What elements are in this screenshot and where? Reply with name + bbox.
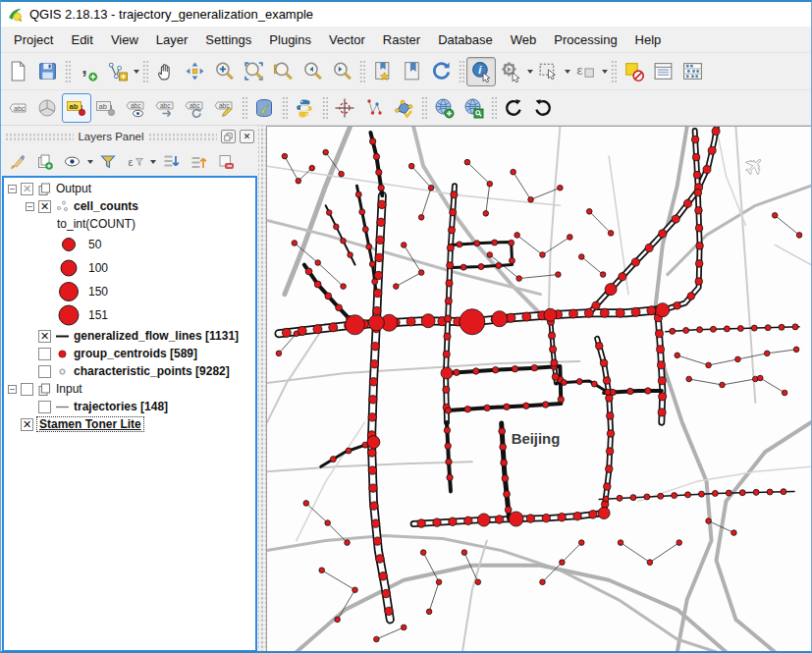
tree-item-label[interactable]: Stamen Toner Lite <box>37 417 143 431</box>
new-bookmark-button[interactable] <box>367 57 397 86</box>
layer-checkbox[interactable]: ✕ <box>21 183 33 195</box>
layer-row-cell-counts[interactable]: –✕cell_counts <box>4 197 255 215</box>
layer-diagram-options-button[interactable] <box>32 93 62 123</box>
layer-checkbox[interactable] <box>38 365 51 378</box>
pan-map-button[interactable] <box>150 57 180 86</box>
map-tips-button[interactable] <box>619 57 648 86</box>
open-attribute-table-button[interactable] <box>648 57 677 86</box>
filter-legend-button[interactable] <box>95 150 121 174</box>
remove-layer-group-button[interactable] <box>213 150 239 174</box>
menu-layer[interactable]: Layer <box>147 28 197 51</box>
change-label-button[interactable]: abc <box>209 93 239 123</box>
identify-features-button[interactable]: i <box>466 57 496 86</box>
menu-help[interactable]: Help <box>626 28 671 51</box>
menu-settings[interactable]: Settings <box>196 28 260 51</box>
group-row-input[interactable]: –Input <box>4 380 255 398</box>
add-group-button[interactable] <box>32 150 58 174</box>
layer-checkbox[interactable]: ✕ <box>21 418 33 431</box>
rotate-label-button[interactable]: abc <box>180 93 209 123</box>
menu-database[interactable]: Database <box>429 28 502 51</box>
node-tool-button[interactable] <box>102 57 132 86</box>
show-hide-labels-button[interactable]: abc <box>121 93 150 123</box>
layer-row-trajectories-148[interactable]: trajectories [148] <box>4 398 255 415</box>
menu-vector[interactable]: Vector <box>320 28 374 51</box>
expand-all-button[interactable] <box>158 150 184 174</box>
metasearch-add-button[interactable] <box>429 93 459 123</box>
layer-labeling-options-button[interactable]: abc <box>3 93 32 123</box>
tree-item-label[interactable]: Output <box>56 182 91 195</box>
tree-item-label[interactable]: 151 <box>88 308 108 322</box>
layer-row-group-centroids-589[interactable]: group_centroids [589] <box>4 345 255 362</box>
layer-row-150[interactable]: 150 <box>4 280 255 303</box>
check-geometries-button[interactable] <box>359 93 389 123</box>
rotate-counterclockwise-button[interactable] <box>528 93 558 123</box>
menu-edit[interactable]: Edit <box>62 28 101 51</box>
layer-checkbox[interactable]: ✕ <box>38 200 51 213</box>
highlight-pinned-labels-button[interactable]: ab <box>62 93 91 123</box>
tree-item-label[interactable]: group_centroids [589] <box>74 347 197 360</box>
layer-row-to-int-count[interactable]: to_int(COUNT) <box>4 215 255 233</box>
open-layer-styling-button[interactable] <box>5 150 30 174</box>
save-project-button[interactable] <box>32 57 62 86</box>
manage-layer-visibility-dropdown-caret[interactable] <box>87 160 93 164</box>
layer-row-100[interactable]: 100 <box>4 256 255 280</box>
tree-item-label[interactable]: 50 <box>88 238 101 251</box>
tree-expander-icon[interactable]: – <box>8 185 17 193</box>
refresh-map-button[interactable] <box>426 57 456 86</box>
zoom-full-extent-button[interactable] <box>239 57 268 86</box>
menu-raster[interactable]: Raster <box>374 28 429 51</box>
manage-layer-visibility-button[interactable] <box>60 150 85 174</box>
layers-panel-header[interactable]: Layers Panel ✕ <box>1 126 258 147</box>
pin-unpin-labels-button[interactable]: ab <box>91 93 121 123</box>
tree-expander-icon[interactable]: – <box>26 202 34 211</box>
new-project-button[interactable] <box>3 57 32 86</box>
menu-plugins[interactable]: Plugins <box>260 28 320 51</box>
collapse-all-button[interactable] <box>186 150 211 174</box>
layer-row-151[interactable]: 151 <box>4 303 255 327</box>
layer-checkbox[interactable] <box>38 401 51 413</box>
tree-item-label[interactable]: 100 <box>88 261 108 275</box>
pan-to-selection-button[interactable] <box>180 57 209 86</box>
zoom-in-button[interactable] <box>209 57 239 86</box>
python-console-button[interactable] <box>290 93 319 123</box>
tree-item-label[interactable]: characteristic_points [9282] <box>74 364 230 378</box>
coordinate-capture-button[interactable] <box>330 93 359 123</box>
layer-row-stamen-toner-lite[interactable]: ✕Stamen Toner Lite <box>4 415 255 433</box>
tree-item-label[interactable]: trajectories [148] <box>74 400 168 413</box>
filter-legend-by-expression-dropdown-caret[interactable] <box>150 160 156 164</box>
layer-row-characteristic-points-9282[interactable]: characteristic_points [9282] <box>4 362 255 380</box>
menu-view[interactable]: View <box>102 28 147 51</box>
node-tool-dropdown-caret[interactable] <box>134 70 139 74</box>
layer-checkbox[interactable] <box>38 348 51 360</box>
group-row-output[interactable]: –✕Output <box>4 180 255 197</box>
menu-processing[interactable]: Processing <box>545 28 625 51</box>
layer-checkbox[interactable] <box>21 383 33 396</box>
select-features-button[interactable] <box>533 57 563 86</box>
zoom-next-button[interactable] <box>327 57 356 86</box>
deselect-features-dropdown-caret[interactable] <box>602 70 608 74</box>
layer-row-generalized-flow-lines-1131[interactable]: ✕generalized_flow_lines [1131] <box>4 327 255 345</box>
zoom-to-layer-button[interactable] <box>268 57 298 86</box>
layer-row-50[interactable]: 50 <box>4 233 255 256</box>
tree-item-label[interactable]: cell_counts <box>74 199 138 213</box>
show-bookmarks-button[interactable] <box>397 57 426 86</box>
panel-float-button[interactable] <box>221 130 236 143</box>
run-feature-action-button[interactable] <box>496 57 525 86</box>
menu-web[interactable]: Web <box>502 28 546 51</box>
field-calculator-button[interactable] <box>677 57 707 86</box>
add-delimited-text-layer-button[interactable]: , <box>73 57 102 86</box>
tree-item-label[interactable]: generalized_flow_lines [1131] <box>74 329 239 343</box>
move-label-button[interactable]: abc <box>150 93 180 123</box>
metasearch-search-button[interactable] <box>459 93 488 123</box>
zoom-last-button[interactable] <box>298 57 327 86</box>
deselect-features-button[interactable]: ε <box>570 57 600 86</box>
db-manager-button[interactable] <box>249 93 279 123</box>
panel-splitter[interactable] <box>258 126 266 652</box>
rotate-clockwise-button[interactable] <box>499 93 528 123</box>
tree-item-label[interactable]: Input <box>56 382 82 396</box>
tree-item-label[interactable]: 150 <box>88 285 108 299</box>
layer-checkbox[interactable]: ✕ <box>38 330 51 343</box>
panel-close-button[interactable]: ✕ <box>240 130 254 143</box>
menu-project[interactable]: Project <box>5 28 62 51</box>
filter-legend-by-expression-button[interactable]: ε <box>123 150 148 174</box>
